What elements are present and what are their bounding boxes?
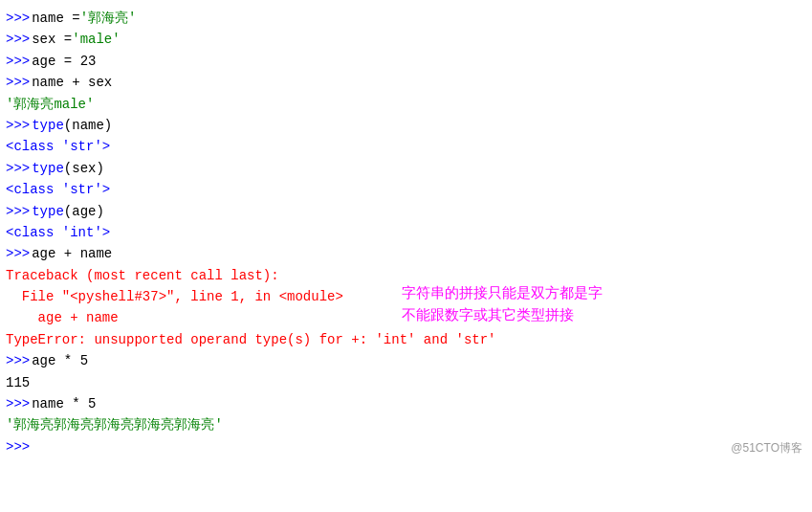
prompt: >>>	[6, 436, 30, 457]
terminal-output: >>> name = '郭海亮' >>> sex = 'male' >>> ag…	[0, 0, 812, 465]
output-line: <class 'str'>	[6, 136, 806, 157]
line-1: >>> name = '郭海亮'	[6, 8, 806, 29]
output-line: <class 'int'>	[6, 222, 806, 243]
error-text: TypeError: unsupported operand type(s) f…	[6, 329, 495, 350]
error-text: age + name	[6, 307, 119, 328]
prompt: >>>	[6, 243, 30, 264]
prompt: >>>	[6, 51, 30, 72]
code-text: sex =	[32, 29, 72, 50]
code-text: age * 5	[32, 350, 88, 371]
line-9: >>> age * 5	[6, 350, 806, 371]
code-text: (age)	[64, 201, 104, 222]
output-line: <class 'str'>	[6, 179, 806, 200]
line-6: >>> type (sex)	[6, 158, 806, 179]
error-text: File "<pyshell#37>", line 1, in <module>	[6, 286, 343, 307]
line-8: >>> age + name	[6, 243, 806, 264]
line-10: >>> name * 5	[6, 393, 806, 414]
code-text: age = 23	[32, 51, 96, 72]
prompt: >>>	[6, 72, 30, 93]
error-text: Traceback (most recent call last):	[6, 265, 279, 286]
code-text: name + sex	[32, 72, 112, 93]
code-text: age + name	[32, 243, 112, 264]
keyword: type	[32, 158, 64, 179]
string-value: '郭海亮'	[80, 8, 137, 29]
output-line: 115	[6, 372, 806, 393]
prompt: >>>	[6, 8, 30, 29]
code-text: (sex)	[64, 158, 104, 179]
prompt: >>>	[6, 201, 30, 222]
prompt: >>>	[6, 29, 30, 50]
line-5: >>> type (name)	[6, 115, 806, 136]
line-3: >>> age = 23	[6, 51, 806, 72]
string-value: 'male'	[72, 29, 120, 50]
prompt: >>>	[6, 158, 30, 179]
code-text: name =	[32, 8, 79, 29]
prompt: >>>	[6, 350, 30, 371]
type-output: <class 'str'>	[6, 136, 110, 157]
output-value: 115	[6, 372, 30, 393]
code-text: (name)	[64, 115, 112, 136]
line-2: >>> sex = 'male'	[6, 29, 806, 50]
code-text: name * 5	[32, 393, 96, 414]
type-output: <class 'int'>	[6, 222, 110, 243]
output-value: '郭海亮male'	[6, 94, 94, 115]
keyword: type	[32, 201, 64, 222]
line-4: >>> name + sex	[6, 72, 806, 93]
output-line: '郭海亮郭海亮郭海亮郭海亮郭海亮'	[6, 414, 806, 435]
annotation-text: 字符串的拼接只能是双方都是字不能跟数字或其它类型拼接	[402, 282, 603, 325]
output-value: '郭海亮郭海亮郭海亮郭海亮郭海亮'	[6, 414, 223, 435]
error-line-4: TypeError: unsupported operand type(s) f…	[6, 329, 806, 350]
output-line: '郭海亮male'	[6, 94, 806, 115]
type-output: <class 'str'>	[6, 179, 110, 200]
keyword: type	[32, 115, 64, 136]
final-prompt-line: >>>	[6, 436, 806, 457]
prompt: >>>	[6, 115, 30, 136]
prompt: >>>	[6, 393, 30, 414]
watermark: @51CTO博客	[731, 439, 802, 457]
line-7: >>> type (age)	[6, 201, 806, 222]
